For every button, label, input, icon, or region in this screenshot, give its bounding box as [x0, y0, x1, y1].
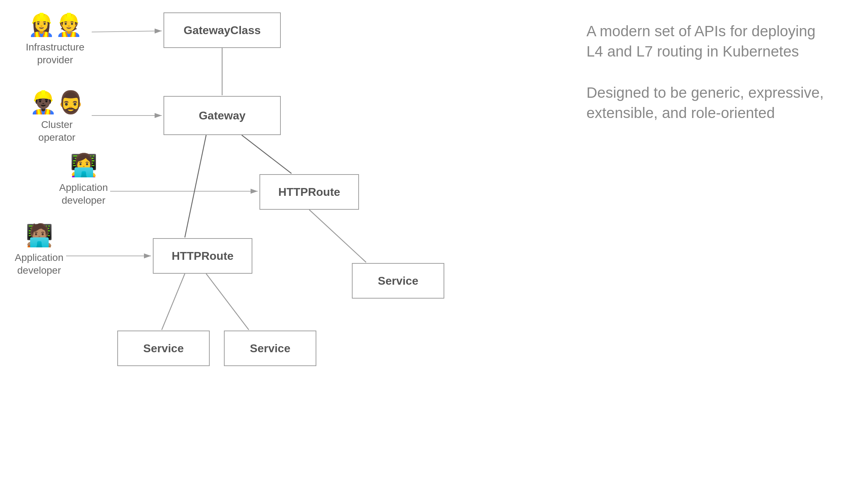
gateway-box: Gateway — [163, 96, 281, 135]
gatewayclass-box: GatewayClass — [163, 12, 281, 48]
desc-line4: extensible, and role-oriented — [586, 104, 775, 121]
desc-line2: L4 and L7 routing in Kubernetes — [586, 43, 799, 60]
svg-line-8 — [309, 210, 366, 262]
gatewayclass-label: GatewayClass — [183, 24, 261, 37]
app-developer-top-emoji: 👩‍💻 — [48, 151, 119, 180]
service-left-box: Service — [117, 331, 210, 366]
description-block-2: Designed to be generic, expressive, exte… — [586, 83, 835, 123]
app-developer-top-person: 👩‍💻 Application developer — [48, 151, 119, 207]
app-developer-bottom-label: Application developer — [15, 252, 64, 276]
httproute-bottom-box: HTTPRoute — [153, 238, 252, 274]
description-block-1: A modern set of APIs for deploying L4 an… — [586, 21, 835, 61]
app-developer-top-label: Application developer — [59, 182, 108, 206]
httproute-bottom-label: HTTPRoute — [172, 250, 234, 263]
infra-provider-person: 👷‍♀️👷 Infrastructure provider — [21, 11, 89, 66]
service-center-box: Service — [224, 331, 316, 366]
service-right-box: Service — [352, 263, 444, 299]
svg-line-10 — [206, 274, 249, 330]
service-right-label: Service — [378, 274, 418, 288]
svg-line-1 — [92, 31, 162, 32]
diagram-area: GatewayClass Gateway HTTPRoute HTTPRoute… — [0, 0, 569, 504]
service-left-label: Service — [143, 342, 184, 355]
service-center-label: Service — [250, 342, 290, 355]
infra-provider-label: Infrastructure provider — [26, 42, 85, 65]
cluster-operator-emoji: 👷🏿‍♂️🧔‍♂️ — [21, 88, 92, 117]
app-developer-bottom-person: 🧑🏽‍💻 Application developer — [4, 221, 75, 277]
cluster-operator-label: Cluster operator — [38, 119, 75, 143]
svg-line-7 — [185, 135, 206, 237]
diagram-svg — [0, 0, 569, 504]
httproute-top-box: HTTPRoute — [259, 174, 359, 210]
desc-line3: Designed to be generic, expressive, — [586, 84, 824, 101]
app-developer-bottom-emoji: 🧑🏽‍💻 — [4, 221, 75, 250]
cluster-operator-person: 👷🏿‍♂️🧔‍♂️ Cluster operator — [21, 88, 92, 144]
gateway-label: Gateway — [199, 109, 246, 122]
svg-line-6 — [242, 135, 291, 173]
desc-line1: A modern set of APIs for deploying — [586, 23, 815, 39]
httproute-top-label: HTTPRoute — [278, 186, 340, 199]
svg-line-9 — [162, 274, 185, 330]
description-area: A modern set of APIs for deploying L4 an… — [586, 21, 835, 145]
infra-provider-emoji: 👷‍♀️👷 — [21, 11, 89, 39]
